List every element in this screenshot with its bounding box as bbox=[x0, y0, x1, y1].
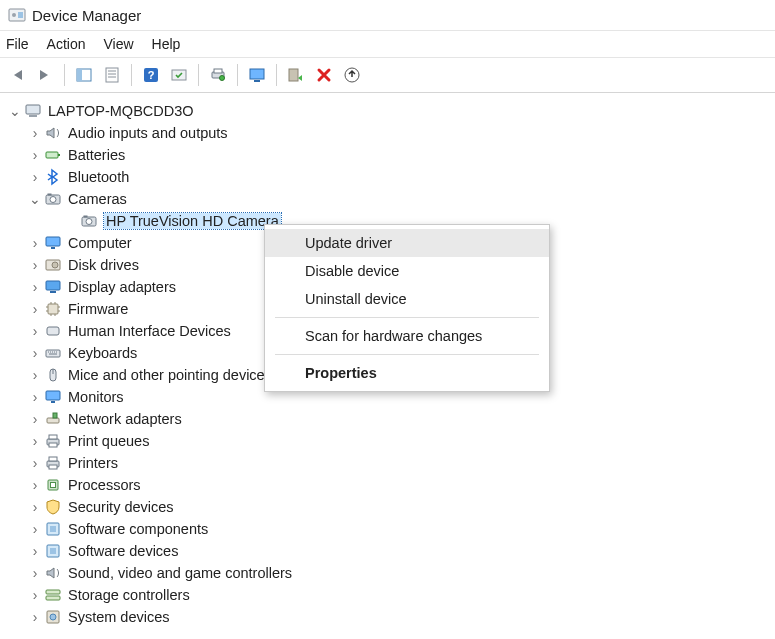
toolbar-forward-button[interactable] bbox=[32, 62, 58, 88]
toolbar-separator bbox=[276, 64, 277, 86]
tree-item[interactable]: ›Security devices bbox=[4, 496, 771, 518]
context-menu: Update driverDisable deviceUninstall dev… bbox=[264, 224, 550, 392]
expand-collapse-icon[interactable]: › bbox=[28, 390, 42, 404]
expand-collapse-icon[interactable]: › bbox=[28, 478, 42, 492]
monitor-icon bbox=[44, 234, 62, 252]
tree-item[interactable]: ›Audio inputs and outputs bbox=[4, 122, 771, 144]
expand-collapse-icon[interactable]: › bbox=[28, 412, 42, 426]
printer-icon bbox=[44, 454, 62, 472]
tree-item[interactable]: ›Software components bbox=[4, 518, 771, 540]
expand-collapse-icon[interactable]: › bbox=[28, 434, 42, 448]
context-menu-item[interactable]: Properties bbox=[265, 359, 549, 387]
camera-icon bbox=[80, 212, 98, 230]
tree-item-label: Bluetooth bbox=[68, 169, 129, 185]
tree-item[interactable]: ›Processors bbox=[4, 474, 771, 496]
tree-item-label: Firmware bbox=[68, 301, 128, 317]
toolbar-help-button[interactable] bbox=[138, 62, 164, 88]
expand-collapse-icon[interactable] bbox=[64, 214, 78, 228]
tree-item[interactable]: ›Network adapters bbox=[4, 408, 771, 430]
context-menu-item[interactable]: Uninstall device bbox=[265, 285, 549, 313]
expand-collapse-icon[interactable]: › bbox=[28, 280, 42, 294]
context-menu-item[interactable]: Disable device bbox=[265, 257, 549, 285]
expand-collapse-icon[interactable]: › bbox=[28, 588, 42, 602]
tree-item[interactable]: ⌄Cameras bbox=[4, 188, 771, 210]
context-menu-item[interactable]: Update driver bbox=[265, 229, 549, 257]
battery-icon bbox=[44, 146, 62, 164]
tree-item[interactable]: ›Sound, video and game controllers bbox=[4, 562, 771, 584]
printer-icon bbox=[44, 432, 62, 450]
expand-collapse-icon[interactable]: › bbox=[28, 544, 42, 558]
toolbar-print-button[interactable] bbox=[205, 62, 231, 88]
content-area: ⌄LAPTOP-MQBCDD3O›Audio inputs and output… bbox=[0, 93, 775, 639]
menu-help[interactable]: Help bbox=[152, 36, 181, 52]
chip-icon bbox=[44, 300, 62, 318]
expand-collapse-icon[interactable]: › bbox=[28, 148, 42, 162]
tree-item-label: Batteries bbox=[68, 147, 125, 163]
network-icon bbox=[44, 410, 62, 428]
tree-item[interactable]: ›Batteries bbox=[4, 144, 771, 166]
toolbar-eject-button[interactable] bbox=[339, 62, 365, 88]
tree-item[interactable]: ›Bluetooth bbox=[4, 166, 771, 188]
expand-collapse-icon[interactable]: ⌄ bbox=[28, 192, 42, 206]
context-menu-item[interactable]: Scan for hardware changes bbox=[265, 322, 549, 350]
tree-item[interactable]: ›Printers bbox=[4, 452, 771, 474]
tree-item-label: Storage controllers bbox=[68, 587, 190, 603]
keyboard-icon bbox=[44, 344, 62, 362]
expand-collapse-icon[interactable]: › bbox=[28, 368, 42, 382]
tree-item-label: Printers bbox=[68, 455, 118, 471]
menu-view[interactable]: View bbox=[103, 36, 133, 52]
titlebar: Device Manager bbox=[0, 0, 775, 31]
toolbar-separator bbox=[131, 64, 132, 86]
menu-file[interactable]: File bbox=[6, 36, 29, 52]
tree-item-label: System devices bbox=[68, 609, 170, 625]
expand-collapse-icon[interactable]: › bbox=[28, 522, 42, 536]
tree-root[interactable]: ⌄LAPTOP-MQBCDD3O bbox=[4, 100, 771, 122]
tree-root-label: LAPTOP-MQBCDD3O bbox=[48, 103, 194, 119]
tree-item-label: Human Interface Devices bbox=[68, 323, 231, 339]
toolbar-uninstall-button[interactable] bbox=[311, 62, 337, 88]
toolbar-properties-button[interactable] bbox=[99, 62, 125, 88]
tree-item-label: HP TrueVision HD Camera bbox=[104, 213, 281, 229]
tree-item-label: Software components bbox=[68, 521, 208, 537]
hid-icon bbox=[44, 322, 62, 340]
computer-icon bbox=[24, 102, 42, 120]
toolbar-back-button[interactable] bbox=[4, 62, 30, 88]
storage-icon bbox=[44, 586, 62, 604]
expand-collapse-icon[interactable]: › bbox=[28, 500, 42, 514]
tree-item-label: Sound, video and game controllers bbox=[68, 565, 292, 581]
expand-collapse-icon[interactable]: › bbox=[28, 346, 42, 360]
expand-collapse-icon[interactable]: › bbox=[28, 302, 42, 316]
component-icon bbox=[44, 520, 62, 538]
tree-item[interactable]: ›Storage controllers bbox=[4, 584, 771, 606]
toolbar-scan-button[interactable] bbox=[244, 62, 270, 88]
tree-item-label: Software devices bbox=[68, 543, 178, 559]
expand-collapse-icon[interactable]: › bbox=[28, 610, 42, 624]
tree-item-label: Computer bbox=[68, 235, 132, 251]
toolbar-separator bbox=[198, 64, 199, 86]
tree-item-label: Network adapters bbox=[68, 411, 182, 427]
menu-action[interactable]: Action bbox=[47, 36, 86, 52]
expand-collapse-icon[interactable]: › bbox=[28, 258, 42, 272]
cpu-icon bbox=[44, 476, 62, 494]
expand-collapse-icon[interactable]: › bbox=[28, 456, 42, 470]
toolbar-action-button[interactable] bbox=[166, 62, 192, 88]
toolbar-separator bbox=[237, 64, 238, 86]
toolbar-update-driver-button[interactable] bbox=[283, 62, 309, 88]
tree-item-label: Security devices bbox=[68, 499, 174, 515]
expand-collapse-icon[interactable]: › bbox=[28, 566, 42, 580]
tree-item[interactable]: ›Software devices bbox=[4, 540, 771, 562]
toolbar-console-tree-button[interactable] bbox=[71, 62, 97, 88]
mouse-icon bbox=[44, 366, 62, 384]
tree-item-label: Processors bbox=[68, 477, 141, 493]
context-menu-separator bbox=[275, 317, 539, 318]
tree-item-label: Cameras bbox=[68, 191, 127, 207]
expand-collapse-icon[interactable]: › bbox=[28, 324, 42, 338]
tree-item[interactable]: ›Print queues bbox=[4, 430, 771, 452]
expand-collapse-icon[interactable]: › bbox=[28, 236, 42, 250]
expand-collapse-icon[interactable]: ⌄ bbox=[8, 104, 22, 118]
tree-item[interactable]: ›System devices bbox=[4, 606, 771, 628]
app-icon bbox=[8, 6, 26, 24]
window-title: Device Manager bbox=[32, 7, 141, 24]
expand-collapse-icon[interactable]: › bbox=[28, 126, 42, 140]
expand-collapse-icon[interactable]: › bbox=[28, 170, 42, 184]
